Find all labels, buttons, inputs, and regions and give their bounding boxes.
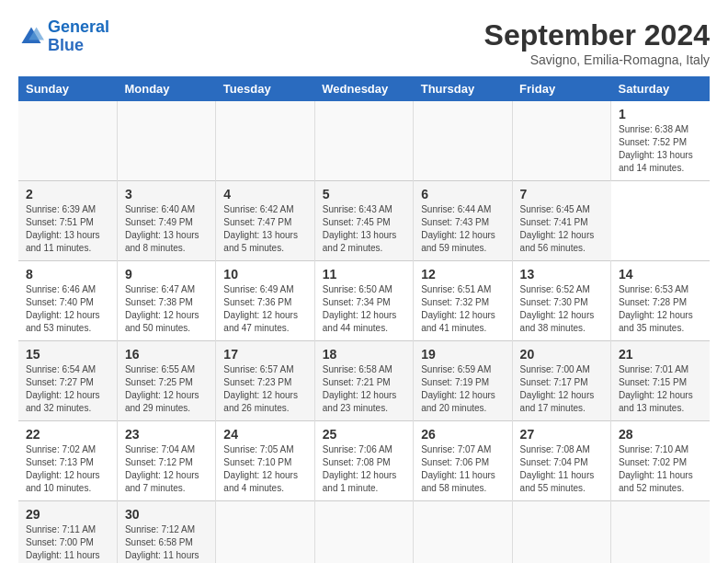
- header-tuesday: Tuesday: [216, 76, 314, 101]
- calendar-cell: [216, 101, 314, 181]
- day-detail: Sunrise: 7:08 AM Sunset: 7:04 PM Dayligh…: [520, 443, 603, 495]
- calendar-week-2: 8 Sunrise: 6:46 AM Sunset: 7:40 PM Dayli…: [18, 261, 710, 341]
- header-wednesday: Wednesday: [314, 76, 413, 101]
- calendar-cell: 23 Sunrise: 7:04 AM Sunset: 7:12 PM Dayl…: [117, 421, 215, 501]
- calendar-cell: [512, 501, 610, 564]
- day-detail: Sunrise: 6:57 AM Sunset: 7:23 PM Dayligh…: [223, 363, 306, 415]
- page-header: General Blue September 2024 Savigno, Emi…: [18, 18, 710, 67]
- calendar-cell: [314, 101, 413, 181]
- calendar-week-4: 22 Sunrise: 7:02 AM Sunset: 7:13 PM Dayl…: [18, 421, 710, 501]
- day-detail: Sunrise: 7:04 AM Sunset: 7:12 PM Dayligh…: [125, 443, 208, 495]
- day-number: 13: [520, 267, 603, 282]
- day-detail: Sunrise: 6:42 AM Sunset: 7:47 PM Dayligh…: [223, 203, 306, 255]
- day-number: 22: [26, 427, 109, 442]
- day-number: 30: [125, 507, 208, 522]
- day-detail: Sunrise: 6:49 AM Sunset: 7:36 PM Dayligh…: [223, 283, 306, 335]
- calendar-week-0: 1 Sunrise: 6:38 AM Sunset: 7:52 PM Dayli…: [18, 101, 710, 181]
- day-number: 25: [323, 427, 405, 442]
- calendar-week-1: 2 Sunrise: 6:39 AM Sunset: 7:51 PM Dayli…: [18, 181, 710, 261]
- logo-line2: Blue: [48, 36, 84, 54]
- day-detail: Sunrise: 7:05 AM Sunset: 7:10 PM Dayligh…: [223, 443, 306, 495]
- day-detail: Sunrise: 6:55 AM Sunset: 7:25 PM Dayligh…: [125, 363, 208, 415]
- day-number: 16: [125, 347, 208, 362]
- calendar-cell: 4 Sunrise: 6:42 AM Sunset: 7:47 PM Dayli…: [216, 181, 314, 261]
- calendar-cell: [314, 501, 413, 564]
- day-number: 9: [125, 267, 208, 282]
- calendar-body: 1 Sunrise: 6:38 AM Sunset: 7:52 PM Dayli…: [18, 101, 710, 563]
- calendar-cell: 3 Sunrise: 6:40 AM Sunset: 7:49 PM Dayli…: [117, 181, 215, 261]
- calendar-cell: 13 Sunrise: 6:52 AM Sunset: 7:30 PM Dayl…: [512, 261, 610, 341]
- calendar-cell: 20 Sunrise: 7:00 AM Sunset: 7:17 PM Dayl…: [512, 341, 610, 421]
- logo-text: General Blue: [48, 18, 109, 55]
- calendar-cell: 5 Sunrise: 6:43 AM Sunset: 7:45 PM Dayli…: [314, 181, 413, 261]
- day-number: 6: [421, 187, 504, 201]
- day-number: 7: [520, 187, 604, 201]
- calendar-week-3: 15 Sunrise: 6:54 AM Sunset: 7:27 PM Dayl…: [18, 341, 710, 421]
- calendar-header: SundayMondayTuesdayWednesdayThursdayFrid…: [18, 76, 710, 101]
- day-detail: Sunrise: 7:01 AM Sunset: 7:15 PM Dayligh…: [619, 363, 702, 415]
- day-detail: Sunrise: 6:38 AM Sunset: 7:52 PM Dayligh…: [619, 123, 702, 175]
- day-detail: Sunrise: 7:07 AM Sunset: 7:06 PM Dayligh…: [421, 443, 504, 495]
- calendar-cell: [611, 501, 710, 564]
- day-detail: Sunrise: 6:45 AM Sunset: 7:41 PM Dayligh…: [520, 203, 604, 255]
- day-number: 23: [125, 427, 208, 442]
- calendar-cell: [18, 101, 117, 181]
- calendar-cell: 29 Sunrise: 7:11 AM Sunset: 7:00 PM Dayl…: [18, 501, 117, 564]
- day-detail: Sunrise: 6:43 AM Sunset: 7:45 PM Dayligh…: [323, 203, 405, 255]
- day-number: 20: [520, 347, 603, 362]
- day-detail: Sunrise: 7:10 AM Sunset: 7:02 PM Dayligh…: [619, 443, 702, 495]
- logo-icon: [18, 24, 44, 50]
- calendar-cell: 16 Sunrise: 6:55 AM Sunset: 7:25 PM Dayl…: [117, 341, 215, 421]
- header-thursday: Thursday: [414, 76, 512, 101]
- header-row: SundayMondayTuesdayWednesdayThursdayFrid…: [18, 76, 710, 101]
- day-detail: Sunrise: 6:54 AM Sunset: 7:27 PM Dayligh…: [26, 363, 109, 415]
- header-saturday: Saturday: [611, 76, 710, 101]
- day-number: 10: [223, 267, 306, 282]
- calendar-cell: 18 Sunrise: 6:58 AM Sunset: 7:21 PM Dayl…: [314, 341, 413, 421]
- day-detail: Sunrise: 6:52 AM Sunset: 7:30 PM Dayligh…: [520, 283, 603, 335]
- day-number: 2: [26, 187, 109, 201]
- calendar-cell: 11 Sunrise: 6:50 AM Sunset: 7:34 PM Dayl…: [314, 261, 413, 341]
- calendar-cell: [512, 101, 610, 181]
- day-number: 19: [421, 347, 504, 362]
- calendar-cell: 9 Sunrise: 6:47 AM Sunset: 7:38 PM Dayli…: [117, 261, 215, 341]
- location: Savigno, Emilia-Romagna, Italy: [484, 52, 710, 67]
- day-number: 3: [125, 187, 208, 201]
- calendar-cell: 22 Sunrise: 7:02 AM Sunset: 7:13 PM Dayl…: [18, 421, 117, 501]
- day-detail: Sunrise: 6:51 AM Sunset: 7:32 PM Dayligh…: [421, 283, 504, 335]
- day-detail: Sunrise: 6:47 AM Sunset: 7:38 PM Dayligh…: [125, 283, 208, 335]
- day-number: 14: [619, 267, 702, 282]
- day-number: 18: [323, 347, 405, 362]
- day-detail: Sunrise: 7:02 AM Sunset: 7:13 PM Dayligh…: [26, 443, 109, 495]
- calendar-cell: 26 Sunrise: 7:07 AM Sunset: 7:06 PM Dayl…: [414, 421, 512, 501]
- day-detail: Sunrise: 7:00 AM Sunset: 7:17 PM Dayligh…: [520, 363, 603, 415]
- calendar-cell: [216, 501, 314, 564]
- day-detail: Sunrise: 6:50 AM Sunset: 7:34 PM Dayligh…: [323, 283, 405, 335]
- calendar-cell: 8 Sunrise: 6:46 AM Sunset: 7:40 PM Dayli…: [18, 261, 117, 341]
- logo: General Blue: [18, 18, 109, 55]
- month-title: September 2024: [484, 18, 710, 52]
- title-block: September 2024 Savigno, Emilia-Romagna, …: [484, 18, 710, 67]
- calendar-cell: 17 Sunrise: 6:57 AM Sunset: 7:23 PM Dayl…: [216, 341, 314, 421]
- day-number: 5: [323, 187, 405, 201]
- day-detail: Sunrise: 7:06 AM Sunset: 7:08 PM Dayligh…: [323, 443, 405, 495]
- day-detail: Sunrise: 6:59 AM Sunset: 7:19 PM Dayligh…: [421, 363, 504, 415]
- calendar-week-5: 29 Sunrise: 7:11 AM Sunset: 7:00 PM Dayl…: [18, 501, 710, 564]
- day-detail: Sunrise: 6:46 AM Sunset: 7:40 PM Dayligh…: [26, 283, 109, 335]
- day-detail: Sunrise: 6:39 AM Sunset: 7:51 PM Dayligh…: [26, 203, 109, 255]
- day-number: 11: [323, 267, 405, 282]
- day-number: 17: [223, 347, 306, 362]
- calendar-cell: 30 Sunrise: 7:12 AM Sunset: 6:58 PM Dayl…: [117, 501, 215, 564]
- day-number: 21: [619, 347, 702, 362]
- calendar-cell: 6 Sunrise: 6:44 AM Sunset: 7:43 PM Dayli…: [414, 181, 512, 261]
- calendar-cell: 21 Sunrise: 7:01 AM Sunset: 7:15 PM Dayl…: [611, 341, 710, 421]
- day-detail: Sunrise: 6:40 AM Sunset: 7:49 PM Dayligh…: [125, 203, 208, 255]
- day-number: 8: [26, 267, 109, 282]
- calendar-cell: 15 Sunrise: 6:54 AM Sunset: 7:27 PM Dayl…: [18, 341, 117, 421]
- calendar-cell: [414, 501, 512, 564]
- calendar-cell: 27 Sunrise: 7:08 AM Sunset: 7:04 PM Dayl…: [512, 421, 610, 501]
- day-detail: Sunrise: 7:11 AM Sunset: 7:00 PM Dayligh…: [26, 523, 109, 563]
- calendar-cell: 19 Sunrise: 6:59 AM Sunset: 7:19 PM Dayl…: [414, 341, 512, 421]
- day-number: 26: [421, 427, 504, 442]
- calendar-cell: 1 Sunrise: 6:38 AM Sunset: 7:52 PM Dayli…: [611, 101, 710, 181]
